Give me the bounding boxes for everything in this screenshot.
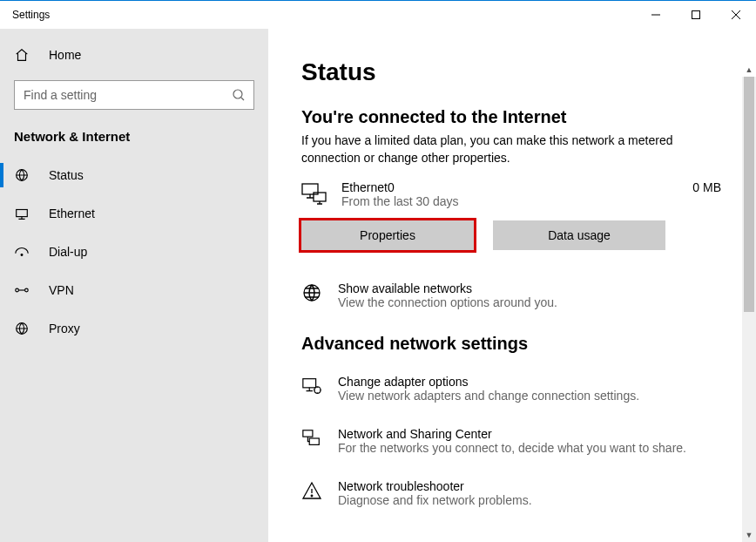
change-adapter-title: Change adapter options — [338, 375, 639, 389]
sharing-icon — [301, 428, 322, 449]
svg-point-1 — [233, 90, 242, 98]
show-networks-sub: View the connection options around you. — [338, 295, 557, 309]
page-title: Status — [301, 58, 721, 86]
sidebar-item-label: VPN — [49, 283, 74, 297]
connection-usage: 0 MB — [692, 180, 721, 194]
connection-row: Ethernet0 From the last 30 days 0 MB — [301, 180, 721, 208]
troubleshooter-title: Network troubleshooter — [338, 479, 532, 493]
sidebar-section-header: Network & Internet — [0, 110, 268, 156]
connected-heading: You're connected to the Internet — [301, 107, 721, 127]
svg-rect-3 — [17, 210, 28, 217]
svg-point-15 — [311, 495, 313, 497]
scroll-down-icon[interactable]: ▼ — [742, 528, 756, 542]
svg-rect-0 — [692, 11, 700, 19]
scroll-up-icon[interactable]: ▲ — [742, 63, 756, 77]
sidebar: Home Network & Internet Status Ethernet — [0, 29, 268, 542]
svg-point-5 — [16, 288, 19, 292]
window-controls — [636, 1, 756, 29]
vpn-icon — [14, 282, 30, 298]
globe-icon — [301, 282, 322, 303]
dialup-icon — [14, 244, 30, 260]
status-icon — [14, 167, 30, 183]
connection-buttons: Properties Data usage — [301, 220, 721, 250]
sidebar-item-ethernet[interactable]: Ethernet — [0, 194, 268, 233]
sidebar-item-label: Ethernet — [49, 207, 95, 220]
warning-icon — [301, 480, 322, 501]
sidebar-item-dialup[interactable]: Dial-up — [0, 233, 268, 271]
connection-name: Ethernet0 — [341, 180, 677, 194]
troubleshooter-link[interactable]: Network troubleshooter Diagnose and fix … — [301, 479, 721, 507]
change-adapter-sub: View network adapters and change connect… — [338, 389, 639, 403]
properties-button[interactable]: Properties — [301, 220, 474, 250]
show-networks-link[interactable]: Show available networks View the connect… — [301, 281, 721, 309]
maximize-button[interactable] — [676, 1, 716, 29]
sidebar-item-home[interactable]: Home — [0, 38, 268, 71]
sharing-center-link[interactable]: Network and Sharing Center For the netwo… — [301, 427, 721, 455]
svg-point-6 — [25, 288, 29, 292]
adapter-icon — [301, 376, 322, 396]
sharing-center-sub: For the networks you connect to, decide … — [338, 441, 686, 455]
sidebar-item-proxy[interactable]: Proxy — [0, 309, 268, 348]
advanced-heading: Advanced network settings — [301, 334, 721, 354]
sidebar-item-label: Dial-up — [49, 245, 87, 259]
search-input[interactable] — [14, 80, 254, 110]
home-label: Home — [49, 48, 81, 62]
search-container — [14, 80, 254, 110]
close-button[interactable] — [716, 1, 756, 29]
svg-point-4 — [21, 254, 23, 256]
main-content: Status You're connected to the Internet … — [268, 29, 756, 542]
change-adapter-link[interactable]: Change adapter options View network adap… — [301, 375, 721, 403]
connection-period: From the last 30 days — [341, 194, 677, 208]
sidebar-item-label: Status — [49, 168, 84, 182]
scrollbar[interactable]: ▲ ▼ — [742, 77, 756, 542]
home-icon — [14, 47, 30, 63]
svg-point-12 — [314, 387, 321, 393]
titlebar: Settings — [0, 1, 756, 29]
svg-rect-14 — [309, 438, 319, 444]
scroll-thumb[interactable] — [744, 77, 754, 312]
svg-rect-11 — [303, 379, 316, 388]
data-usage-button[interactable]: Data usage — [493, 220, 665, 250]
nav-list: Status Ethernet Dial-up VPN — [0, 156, 268, 348]
connected-text: If you have a limited data plan, you can… — [301, 132, 676, 166]
search-icon — [232, 88, 246, 102]
monitor-network-icon — [301, 182, 326, 207]
troubleshooter-sub: Diagnose and fix network problems. — [338, 493, 532, 507]
window-title: Settings — [12, 9, 50, 21]
sharing-center-title: Network and Sharing Center — [338, 427, 686, 441]
ethernet-icon — [14, 206, 30, 221]
sidebar-item-status[interactable]: Status — [0, 156, 268, 194]
proxy-icon — [14, 321, 30, 336]
svg-rect-13 — [303, 430, 313, 437]
sidebar-item-label: Proxy — [49, 322, 80, 335]
show-networks-title: Show available networks — [338, 281, 557, 295]
minimize-button[interactable] — [636, 1, 676, 29]
sidebar-item-vpn[interactable]: VPN — [0, 271, 268, 309]
